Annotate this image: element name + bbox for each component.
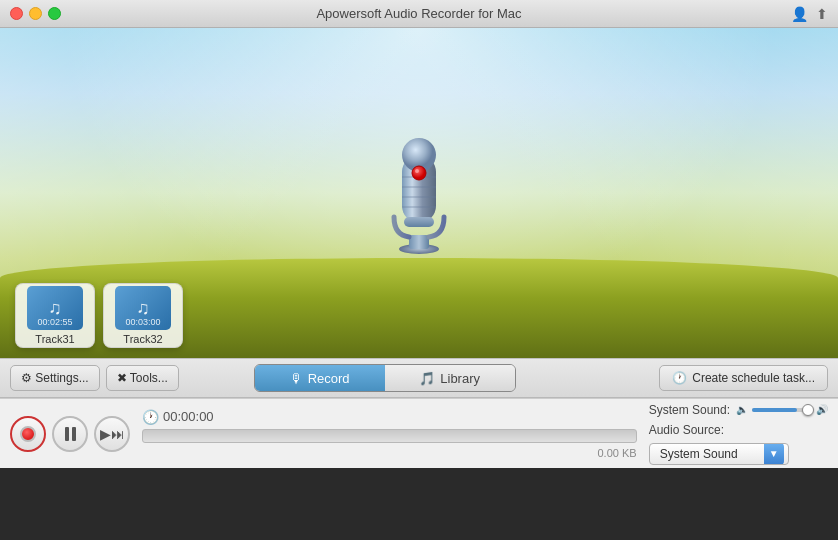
play-skip-button[interactable]: ▶⏭ bbox=[94, 416, 130, 452]
clock-icon: 🕐 bbox=[672, 371, 687, 385]
progress-bar[interactable] bbox=[142, 429, 637, 443]
track-tile-1[interactable]: ♫ 00:02:55 Track31 bbox=[15, 283, 95, 348]
right-panel: System Sound: 🔈 🔊 Audio Source: System S… bbox=[649, 403, 828, 465]
audio-source-label: Audio Source: bbox=[649, 423, 724, 437]
minimize-button[interactable] bbox=[29, 7, 42, 20]
tab-library-label: Library bbox=[440, 371, 480, 386]
track-time-2: 00:03:00 bbox=[115, 317, 171, 327]
track-note-icon-1: ♫ bbox=[48, 298, 62, 319]
track-label-1: Track31 bbox=[35, 333, 74, 345]
audio-source-value: System Sound bbox=[654, 447, 764, 461]
track-thumbnail-2: ♫ 00:03:00 bbox=[115, 286, 171, 330]
track-note-icon-2: ♫ bbox=[136, 298, 150, 319]
mic-tab-icon: 🎙 bbox=[290, 371, 303, 386]
controls-row: ▶⏭ 🕐 00:00:00 0.00 KB System Sound: 🔈 🔊 bbox=[0, 398, 838, 468]
select-arrow-icon: ▼ bbox=[764, 443, 784, 465]
window-controls[interactable] bbox=[10, 7, 61, 20]
tracks-container: ♫ 00:02:55 Track31 ♫ 00:03:00 Track32 bbox=[15, 283, 183, 348]
audio-source-select-row: System Sound ▼ bbox=[649, 443, 828, 465]
file-size-label: 0.00 KB bbox=[142, 447, 637, 459]
titlebar: Apowersoft Audio Recorder for Mac 👤 ⬆ bbox=[0, 0, 838, 28]
track-label-2: Track32 bbox=[123, 333, 162, 345]
schedule-button[interactable]: 🕐 Create schedule task... bbox=[659, 365, 828, 391]
svg-rect-10 bbox=[404, 217, 434, 227]
time-row: 🕐 00:00:00 bbox=[142, 409, 637, 425]
time-display: 00:00:00 bbox=[163, 409, 214, 424]
titlebar-actions: 👤 ⬆ bbox=[791, 6, 828, 22]
play-skip-icon: ▶⏭ bbox=[100, 426, 125, 442]
svg-point-8 bbox=[412, 166, 426, 180]
track-thumbnail-1: ♫ 00:02:55 bbox=[27, 286, 83, 330]
progress-area: 🕐 00:00:00 0.00 KB bbox=[142, 409, 637, 459]
volume-slider[interactable]: 🔈 🔊 bbox=[736, 404, 828, 415]
vol-low-icon: 🔈 bbox=[736, 404, 748, 415]
tab-library[interactable]: 🎵 Library bbox=[385, 365, 515, 391]
record-dot-icon bbox=[20, 426, 36, 442]
person-icon[interactable]: 👤 bbox=[791, 6, 808, 22]
app-title: Apowersoft Audio Recorder for Mac bbox=[316, 6, 521, 21]
vol-high-icon: 🔊 bbox=[816, 404, 828, 415]
hero-area: ♫ 00:02:55 Track31 ♫ 00:03:00 Track32 bbox=[0, 28, 838, 358]
maximize-button[interactable] bbox=[48, 7, 61, 20]
microphone-icon bbox=[374, 127, 464, 247]
toolbar: ⚙ Settings... ✖ Tools... 🎙 Record 🎵 Libr… bbox=[0, 358, 838, 398]
tools-button[interactable]: ✖ Tools... bbox=[106, 365, 179, 391]
track-tile-2[interactable]: ♫ 00:03:00 Track32 bbox=[103, 283, 183, 348]
record-button[interactable] bbox=[10, 416, 46, 452]
clock-progress-icon: 🕐 bbox=[142, 409, 159, 425]
svg-rect-1 bbox=[409, 235, 429, 249]
audio-source-select[interactable]: System Sound ▼ bbox=[649, 443, 789, 465]
vol-knob bbox=[802, 404, 814, 416]
vol-track bbox=[752, 408, 812, 412]
settings-button[interactable]: ⚙ Settings... bbox=[10, 365, 100, 391]
close-button[interactable] bbox=[10, 7, 23, 20]
pause-button[interactable] bbox=[52, 416, 88, 452]
tab-record[interactable]: 🎙 Record bbox=[255, 365, 385, 391]
audio-source-row: Audio Source: bbox=[649, 423, 828, 437]
share-icon[interactable]: ⬆ bbox=[816, 6, 828, 22]
pause-icon bbox=[65, 427, 76, 441]
tab-group: 🎙 Record 🎵 Library bbox=[254, 364, 516, 392]
tab-record-label: Record bbox=[308, 371, 350, 386]
music-tab-icon: 🎵 bbox=[419, 371, 435, 386]
svg-point-9 bbox=[415, 169, 419, 173]
vol-fill bbox=[752, 408, 797, 412]
system-sound-label: System Sound: bbox=[649, 403, 730, 417]
track-time-1: 00:02:55 bbox=[27, 317, 83, 327]
playback-controls: ▶⏭ bbox=[10, 416, 130, 452]
system-sound-row: System Sound: 🔈 🔊 bbox=[649, 403, 828, 417]
schedule-label: Create schedule task... bbox=[692, 371, 815, 385]
